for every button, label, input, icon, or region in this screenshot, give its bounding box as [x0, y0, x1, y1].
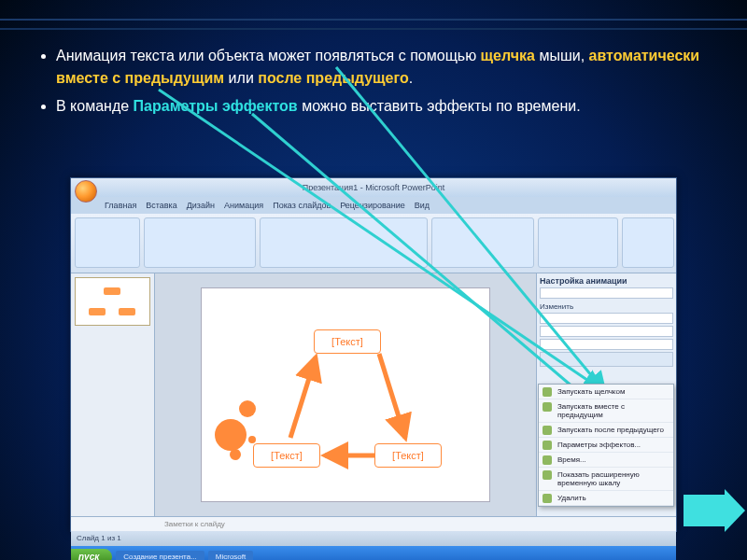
windows-taskbar: пуск Создание презента... Microsoft — [71, 546, 676, 560]
text: В команде — [56, 98, 134, 114]
menu-effect-options[interactable]: Параметры эффектов... — [539, 438, 673, 453]
context-menu: Запускать щелчком Запускать вместе с пре… — [538, 384, 674, 507]
smartart-arrows — [202, 288, 491, 503]
text: можно выставить эффекты по времени. — [298, 98, 581, 114]
start-button[interactable]: пуск — [71, 549, 112, 561]
slide-panel[interactable] — [71, 273, 155, 516]
svg-line-2 — [290, 357, 316, 438]
ribbon-group[interactable] — [431, 217, 534, 268]
text: Анимация текста или объекта может появля… — [56, 48, 481, 63]
taskbar-item[interactable]: Создание презента... — [116, 551, 204, 561]
powerpoint-window: Презентация1 - Microsoft PowerPoint Глав… — [70, 177, 677, 532]
decor-dot — [248, 436, 256, 443]
slide-thumbnail[interactable] — [75, 277, 150, 326]
ribbon-group[interactable] — [144, 217, 256, 268]
menu-remove[interactable]: Удалить — [539, 491, 673, 506]
svg-line-0 — [379, 354, 405, 438]
ribbon-group[interactable] — [260, 217, 428, 268]
pane-label: Изменить — [540, 302, 673, 311]
menu-start-with-prev[interactable]: Запускать вместе с предыдущим — [539, 399, 673, 423]
text: или — [224, 70, 258, 86]
tab-home[interactable]: Главная — [105, 201, 136, 210]
menu-advanced-timeline[interactable]: Показать расширенную временную шкалу — [539, 468, 673, 491]
canvas-area: [Текст] [Текст] [Текст] — [155, 273, 536, 516]
highlight-effect-params: Параметры эффектов — [134, 98, 298, 114]
menu-start-after-prev[interactable]: Запускать после предыдущего — [539, 423, 673, 438]
status-bar: Слайд 1 из 1 — [71, 531, 676, 546]
slide-canvas[interactable]: [Текст] [Текст] [Текст] — [201, 287, 490, 502]
menu-timing[interactable]: Время... — [539, 453, 673, 468]
pane-title: Настройка анимации — [540, 276, 673, 286]
tab-review[interactable]: Рецензирование — [340, 201, 405, 210]
pane-change-button[interactable] — [540, 287, 673, 299]
animation-task-pane[interactable]: Настройка анимации Изменить Запускать ще… — [536, 273, 676, 516]
bullet-list: Анимация текста или объекта может появля… — [0, 0, 747, 118]
pane-start-dropdown[interactable] — [540, 313, 673, 324]
bullet-1: Анимация текста или объекта может появля… — [56, 45, 710, 90]
tab-animation[interactable]: Анимация — [224, 201, 263, 210]
taskbar-item[interactable]: Microsoft — [208, 551, 253, 561]
pane-speed-dropdown[interactable] — [540, 339, 673, 350]
decor-dot — [215, 419, 247, 451]
office-button[interactable] — [75, 180, 97, 203]
titlebar: Презентация1 - Microsoft PowerPoint — [71, 178, 676, 197]
window-title: Презентация1 - Microsoft PowerPoint — [303, 183, 444, 192]
decor-dot — [239, 400, 256, 417]
notes-pane[interactable]: Заметки к слайду — [71, 516, 676, 531]
next-slide-arrow[interactable] — [684, 495, 725, 526]
pane-property-dropdown[interactable] — [540, 326, 673, 337]
ribbon — [71, 214, 676, 273]
tab-insert[interactable]: Вставка — [146, 201, 176, 210]
tab-view[interactable]: Вид — [415, 201, 430, 210]
highlight-after-prev: после предыдущего — [258, 70, 408, 86]
tab-slideshow[interactable]: Показ слайдов — [273, 201, 331, 210]
ribbon-group[interactable] — [622, 217, 674, 268]
decor-dot — [230, 449, 241, 460]
tab-design[interactable]: Дизайн — [187, 201, 215, 210]
ribbon-tabs: Главная Вставка Дизайн Анимация Показ сл… — [71, 197, 676, 214]
animation-list-item[interactable] — [540, 352, 673, 367]
text: мыши, — [535, 48, 589, 63]
ribbon-group[interactable] — [538, 217, 618, 268]
bullet-2: В команде Параметры эффектов можно выста… — [56, 95, 710, 118]
text: . — [409, 70, 413, 86]
workspace: [Текст] [Текст] [Текст] Настройка анимац… — [71, 273, 676, 516]
menu-start-on-click[interactable]: Запускать щелчком — [539, 385, 673, 399]
highlight-click: щелчка — [481, 48, 535, 63]
ribbon-group[interactable] — [75, 217, 140, 268]
